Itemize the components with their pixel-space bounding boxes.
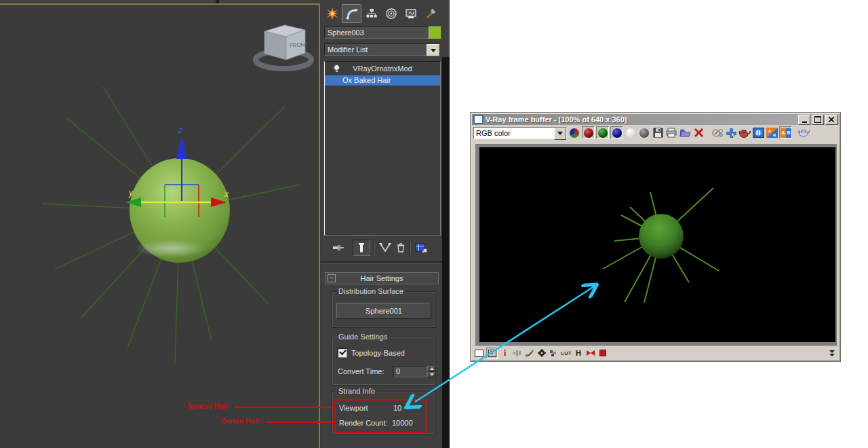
remove-modifier-icon[interactable] xyxy=(395,242,406,253)
modifier-list-dropdown[interactable]: Modifier List xyxy=(324,43,440,56)
spinner-down-icon[interactable] xyxy=(427,372,436,378)
settings-gear-icon[interactable] xyxy=(536,348,547,358)
sphere-object[interactable] xyxy=(130,158,230,263)
gizmo-x-label: x xyxy=(224,189,229,199)
image-info-icon[interactable]: i xyxy=(500,348,510,358)
convert-time-field[interactable]: 0 xyxy=(393,366,427,377)
duplicate-to-host-icon[interactable] xyxy=(474,348,484,358)
maximize-button[interactable] xyxy=(812,115,824,125)
print-image-icon[interactable] xyxy=(665,127,677,139)
track-mouse-icon[interactable] xyxy=(725,127,737,139)
histogram-icon[interactable] xyxy=(512,348,522,358)
gizmo-y-label: y xyxy=(128,188,134,198)
panel-divider xyxy=(321,261,442,263)
switch-rgb-channels-icon[interactable] xyxy=(568,127,580,139)
rollout-hair-settings[interactable]: - Hair Settings xyxy=(325,272,439,284)
tab-motion[interactable] xyxy=(381,4,401,23)
clear-image-icon[interactable] xyxy=(692,127,705,139)
vfb-bottom-toolbar: i LUT H xyxy=(472,346,839,360)
stack-item-label: VRayOrnatrixMod xyxy=(353,64,412,73)
svg-text:B: B xyxy=(787,130,790,135)
vfb-window-icon xyxy=(473,115,484,124)
green-channel-icon[interactable] xyxy=(596,126,609,139)
vfb-toolbar: RGB color xyxy=(472,125,839,141)
svg-text:B: B xyxy=(773,133,776,137)
save-image-icon[interactable] xyxy=(652,127,664,139)
object-color-swatch[interactable] xyxy=(429,26,441,39)
render-region-icon[interactable] xyxy=(738,127,751,139)
channel-select-dropdown[interactable]: RGB color xyxy=(473,127,567,139)
tab-modify[interactable] xyxy=(342,4,361,23)
vfb-title-text: V-Ray frame buffer - [100% of 640 x 360] xyxy=(486,115,627,124)
stack-item-vrayornatrixmod[interactable]: VRayOrnatrixMod xyxy=(325,64,440,74)
svg-text:A: A xyxy=(781,130,785,135)
red-channel-icon[interactable] xyxy=(582,126,595,139)
viewcube-front-label: FRONT xyxy=(290,41,309,49)
make-unique-icon[interactable] xyxy=(378,242,392,253)
rendered-image xyxy=(479,147,835,342)
toggle-h-icon[interactable]: H xyxy=(574,348,584,358)
display-lut-icon[interactable]: LUT xyxy=(561,348,572,358)
annotation-sparse-hair-label: Sparse Hair xyxy=(178,402,229,410)
rollout-collapse-icon[interactable]: - xyxy=(328,274,336,282)
channel-select-value: RGB color xyxy=(476,129,511,137)
group-label: Distribution Surface xyxy=(336,287,406,295)
configure-modifier-sets-icon[interactable] xyxy=(414,242,428,253)
close-button[interactable] xyxy=(825,115,837,125)
annotation-dense-hair-label: Dense Hair xyxy=(209,417,260,425)
color-corrections-icon[interactable] xyxy=(711,127,724,139)
annotation-highlight-rect xyxy=(334,399,427,433)
object-name-field[interactable]: Sphere003 xyxy=(324,26,429,39)
tab-display[interactable] xyxy=(401,4,420,23)
convert-time-spinner[interactable] xyxy=(427,366,436,377)
vfb-titlebar[interactable]: V-Ray frame buffer - [100% of 640 x 360] xyxy=(472,114,839,125)
stereo-compare-icon[interactable] xyxy=(586,348,596,358)
show-pixel-info-icon[interactable] xyxy=(752,127,764,139)
blue-channel-icon[interactable] xyxy=(610,126,623,139)
viewport-front[interactable]: x y z FRONT xyxy=(0,0,321,448)
combo-arrow-icon xyxy=(554,128,566,140)
monochromatic-icon[interactable] xyxy=(638,127,650,139)
show-end-result-button[interactable] xyxy=(353,240,370,256)
hierarchy-icon xyxy=(366,7,378,20)
rendered-sphere xyxy=(639,214,684,259)
compare-ab-diagonal-icon[interactable]: A B xyxy=(766,127,778,139)
active-viewport-border-top xyxy=(0,3,319,5)
minimize-button[interactable] xyxy=(798,115,810,125)
tab-create[interactable] xyxy=(322,4,342,23)
utilities-icon xyxy=(425,7,437,20)
load-image-icon[interactable] xyxy=(679,127,691,139)
vray-frame-buffer-window: V-Ray frame buffer - [100% of 640 x 360]… xyxy=(470,112,841,362)
spinner-up-icon[interactable] xyxy=(427,366,436,372)
gizmo-z-arrow[interactable] xyxy=(176,136,187,159)
render-image-area xyxy=(472,141,839,346)
group-distribution-surface: Distribution Surface Sphere001 xyxy=(332,291,436,328)
stack-item-ox-baked-hair[interactable]: Ox Baked Hair xyxy=(325,75,440,86)
expand-options-icon[interactable] xyxy=(829,350,835,356)
svg-text:A: A xyxy=(768,129,772,133)
topology-based-checkbox[interactable] xyxy=(338,348,347,358)
max-window-edge xyxy=(442,57,450,448)
create-icon xyxy=(326,7,338,20)
alpha-channel-icon[interactable] xyxy=(625,127,637,139)
command-panel-tabs xyxy=(322,4,440,23)
group-guide-settings: Guide Settings Topology-Based Convert Ti… xyxy=(332,337,436,386)
color-curves-icon[interactable] xyxy=(524,348,534,358)
tab-hierarchy[interactable] xyxy=(361,4,381,23)
force-color-clamp-icon[interactable] xyxy=(549,348,559,358)
render-teapot-icon[interactable] xyxy=(797,127,810,139)
viewport-canvas[interactable]: x y z FRONT xyxy=(0,5,321,448)
pin-stack-icon[interactable] xyxy=(332,243,344,253)
modifier-stack-toolbar xyxy=(324,238,441,257)
object-name-text: Sphere003 xyxy=(328,29,364,37)
surface-object-button[interactable]: Sphere001 xyxy=(336,303,431,319)
active-viewport-border-right xyxy=(319,3,320,448)
topology-based-label: Topology-Based xyxy=(351,349,405,357)
compare-ab-horizontal-icon[interactable]: A B xyxy=(779,126,792,139)
screenshot-root: x y z FRONT xyxy=(0,0,868,448)
close-icon xyxy=(829,117,834,122)
show-pixel-values-icon[interactable] xyxy=(486,348,498,359)
viewcube[interactable]: FRONT xyxy=(256,25,311,69)
tab-utilities[interactable] xyxy=(420,4,440,23)
region-render-icon[interactable] xyxy=(598,348,608,358)
